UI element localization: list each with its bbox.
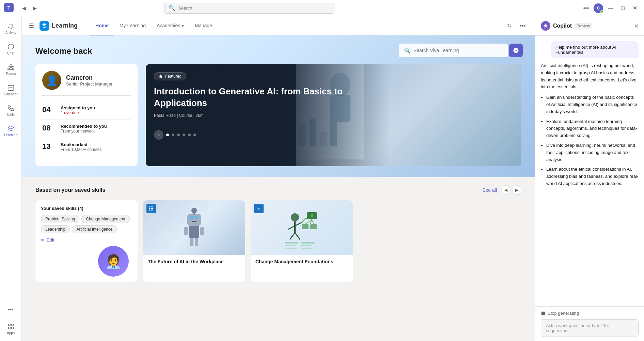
welcome-search-input[interactable] [413, 48, 503, 53]
skills-nav-next[interactable]: ▶ [512, 185, 521, 195]
featured-meta: Paula Rizzo | Course | 26m [154, 113, 513, 118]
profile-stat-bookmarked[interactable]: 13 Bookmarked From 10,000+ courses [42, 138, 131, 156]
carousel-dot-2[interactable] [172, 134, 174, 136]
course-card-cm-title: Change Management Foundations [255, 259, 348, 264]
carousel-dot-5[interactable] [188, 134, 191, 136]
edit-icon: ✏ [41, 237, 45, 243]
svg-point-28 [149, 210, 150, 211]
profile-stat-assigned[interactable]: 04 Assigned to you 1 overdue [42, 101, 131, 120]
avatar-status-indicator [600, 10, 603, 13]
svg-rect-18 [190, 238, 193, 246]
course-card-ai-body: The Future of AI in the Workplace [143, 255, 245, 268]
svg-point-30 [152, 210, 153, 211]
search-input[interactable] [178, 5, 330, 11]
apps-icon [148, 206, 154, 211]
carousel-controls: ⏸ [154, 130, 196, 140]
teams-logo: T [4, 3, 14, 14]
learning-logo: Learning [40, 21, 78, 31]
assigned-info: Assigned to you 1 overdue [61, 105, 95, 115]
carousel-dot-6[interactable] [193, 134, 196, 136]
course-card-ai[interactable]: The Future of AI in the Workplace [143, 200, 245, 282]
copilot-user-message: Help me find out more about AI Fundament… [551, 41, 639, 58]
assigned-count: 04 [42, 105, 56, 114]
more-button[interactable]: ••• [581, 3, 591, 13]
stop-generating-button[interactable]: Stop generating [541, 311, 579, 319]
stop-icon [541, 311, 546, 316]
svg-rect-11 [187, 214, 201, 226]
sidebar-item-learning[interactable]: Learning [1, 121, 20, 140]
skills-edit-button[interactable]: ✏ Edit [41, 237, 54, 243]
copilot-title-area: Copilot Preview [541, 21, 592, 31]
learning-nav: Home My Learning Academies ▾ Manage [90, 16, 218, 35]
svg-rect-46 [285, 248, 297, 249]
svg-line-43 [312, 220, 314, 224]
section-title: Based on your saved skills [35, 187, 105, 193]
sidebar-item-calls[interactable]: Calls [1, 101, 20, 120]
nav-buttons: ◀ ▶ [19, 3, 40, 13]
carousel-dot-4[interactable] [183, 134, 185, 136]
sidebar-item-chat[interactable]: Chat [1, 40, 20, 59]
profile-stat-recommended[interactable]: 08 Recommended to you From your network [42, 120, 131, 138]
svg-point-23 [151, 206, 152, 207]
saved-skills-title: Your saved skills (4) [41, 206, 132, 211]
copilot-input-area[interactable]: Ask a work question or type / for sugges… [541, 319, 639, 337]
more-dots-icon: ••• [8, 307, 14, 313]
svg-point-39 [311, 214, 313, 217]
sidebar-item-activity[interactable]: Activity [1, 19, 20, 38]
nav-my-learning[interactable]: My Learning [114, 16, 151, 35]
course-card-cm[interactable]: in Change Management Foundations [251, 200, 353, 282]
copilot-messages: Help me find out more about AI Fundament… [535, 36, 644, 306]
profile-info: Cameron Senior Project Manager [66, 74, 113, 87]
svg-rect-40 [302, 224, 309, 229]
profile-name: Cameron [66, 74, 113, 81]
course-source-badge-ai [146, 204, 156, 213]
avatar[interactable]: C [594, 3, 603, 13]
main-layout: Activity Chat Teams Calendar [0, 16, 644, 341]
svg-point-27 [152, 208, 153, 209]
header-more-button[interactable]: ••• [517, 20, 528, 31]
svg-text:T: T [7, 5, 11, 11]
nav-manage[interactable]: Manage [189, 16, 218, 35]
search-viva-button[interactable] [509, 44, 523, 57]
minimize-button[interactable]: — [606, 3, 615, 13]
copilot-title-text: Copilot [553, 23, 572, 29]
bookmarked-info: Bookmarked From 10,000+ courses [61, 142, 101, 152]
svg-rect-13 [195, 216, 198, 219]
skill-tag-1: Change Management [81, 215, 129, 223]
featured-carousel[interactable]: Featured Introduction to Generative AI: … [146, 64, 521, 166]
svg-point-25 [149, 208, 150, 209]
nav-home[interactable]: Home [90, 16, 114, 35]
see-all-link[interactable]: See all [482, 187, 497, 193]
skills-character: 🧑‍💼 [98, 246, 129, 277]
svg-rect-44 [285, 242, 298, 244]
carousel-pause-button[interactable]: ⏸ [154, 130, 163, 140]
nav-academies[interactable]: Academies ▾ [151, 16, 189, 35]
copilot-bullet-0: Gain an understanding of the basic conce… [546, 94, 639, 115]
chevron-down-icon: ▾ [182, 23, 184, 28]
carousel-dot-1[interactable] [166, 134, 169, 136]
sidebar-more-button[interactable]: ••• [1, 303, 20, 316]
apps-grid-icon [7, 323, 15, 330]
nav-forward-button[interactable]: ▶ [30, 3, 40, 13]
svg-rect-50 [541, 311, 545, 315]
copilot-footer: Stop generating Ask a work question or t… [535, 306, 644, 341]
welcome-content: 👤 Cameron Senior Project Manager 04 [35, 64, 521, 166]
welcome-search-bar[interactable]: 🔍 [399, 44, 508, 57]
sidebar-item-calendar[interactable]: Calendar [1, 80, 20, 99]
sidebar-item-apps[interactable]: Apps [1, 319, 20, 338]
teams-icon [7, 63, 15, 71]
sidebar: Activity Chat Teams Calendar [0, 16, 22, 341]
nav-back-button[interactable]: ◀ [19, 3, 29, 13]
hamburger-button[interactable]: ☰ [29, 22, 34, 30]
copilot-ai-bullets: Gain an understanding of the basic conce… [546, 94, 639, 187]
maximize-button[interactable]: □ [618, 3, 628, 13]
global-search[interactable]: 🔍 [164, 3, 334, 14]
copilot-close-button[interactable]: ✕ [634, 23, 639, 29]
learning-logo-icon [40, 21, 49, 31]
carousel-dot-3[interactable] [177, 134, 180, 136]
skills-nav-prev[interactable]: ◀ [501, 185, 511, 195]
close-button[interactable]: ✕ [630, 3, 640, 13]
copilot-bullet-3: Learn about the ethical considerations i… [546, 166, 639, 187]
sidebar-item-teams[interactable]: Teams [1, 60, 20, 79]
refresh-button[interactable]: ↻ [504, 20, 515, 31]
